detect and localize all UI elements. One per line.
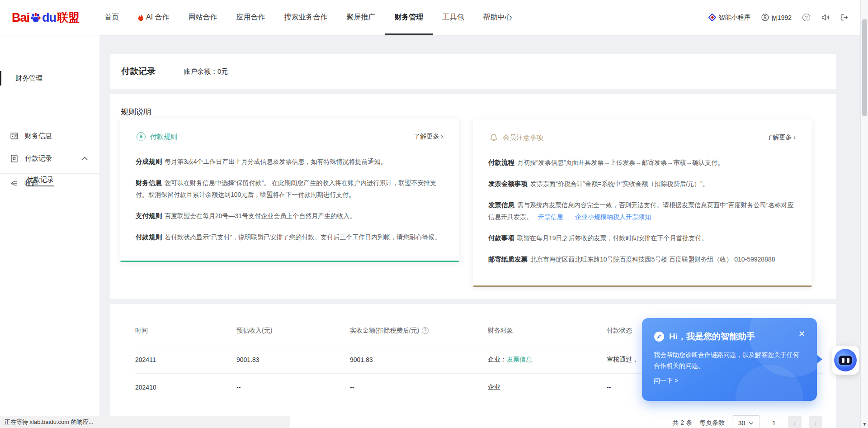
nav-help-center[interactable]: 帮助中心 [474, 0, 522, 35]
cell-estimated: 9001.83 [236, 356, 350, 363]
rule-item: 付款规则若付款状态显示“已支付”，说明联盟已安排了您的付款。支付后三个工作日内到… [136, 231, 444, 243]
invoice-info-row-link[interactable]: 发票信息 [507, 356, 532, 363]
id-card-icon [10, 132, 19, 140]
nav-toolkit[interactable]: 工具包 [433, 0, 474, 35]
badge-star-icon [10, 154, 19, 163]
pagination: 共 2 条 每页条数 30 1 ‹ › [672, 415, 822, 428]
sidebar-item-finance-info[interactable]: 财务信息 [0, 128, 99, 143]
top-navbar: Bai du 联盟 首页 AI 合作 [0, 0, 860, 35]
yen-circle-icon: ¥ [137, 132, 146, 141]
invoice-info-link[interactable]: 开票信息 [538, 213, 563, 220]
account-balance-value: 0元 [217, 67, 228, 75]
rule-item: 分成规则每月第3或4个工作日产出上月分成信息及发票信息，如有特殊情况将提前通知。 [136, 156, 444, 167]
small-taxpayer-notice-link[interactable]: 企业小规模纳税人开票须知 [575, 213, 651, 220]
chevron-up-icon[interactable] [82, 157, 88, 161]
member-notes-learn-more-link[interactable]: 了解更多 › [766, 133, 796, 142]
help-tooltip-icon[interactable]: ? [422, 327, 429, 334]
assistant-message: 我会帮助您诊断合作链路问题，以及解答您关于任何合作相关的问题。 [654, 349, 805, 371]
member-notes-card: 会员注意事项 了解更多 › 付款流程月初按“发票信息”页面开具发票→上传发票→邮… [473, 119, 812, 287]
cell-time: 202411 [135, 356, 236, 363]
collapse-arrow-icon [10, 180, 18, 186]
flame-icon [138, 14, 144, 21]
rule-item: 支付规则百度联盟会在每月20号—31号支付企业会员上个自然月产生的收入。 [136, 210, 444, 222]
assistant-robot-button[interactable] [832, 346, 859, 375]
compass-icon [654, 331, 665, 342]
payment-rules-card: ¥ 付款规则 了解更多 › 分成规则每月第3或4个工作日产出上月分成信息及发票信… [120, 119, 459, 262]
scrollbar-down-arrow[interactable]: ▼ [861, 422, 868, 427]
rule-item: 发票金额事项发票票面“价税合计”金额=系统中“实收金额（扣除税费后/元）”。 [488, 178, 797, 190]
page-title: 付款记录 [121, 66, 156, 77]
bell-icon [489, 133, 498, 142]
sidebar: 财务管理 财务信息 付款记录 付款记录 收起 [0, 35, 99, 428]
user-icon [761, 14, 769, 21]
nav-home[interactable]: 首页 [95, 0, 128, 35]
browser-status-bar: 正在等待 xlab.baidu.com 的响应... [0, 416, 290, 428]
cell-estimated: -- [236, 384, 350, 391]
next-page-button[interactable]: › [809, 416, 822, 428]
nav-ai-cooperation[interactable]: AI 合作 [128, 0, 179, 35]
close-icon[interactable]: ✕ [798, 330, 805, 338]
scrollbar-thumb[interactable] [862, 19, 867, 116]
nav-app-cooperation[interactable]: 应用合作 [227, 0, 275, 35]
rule-item: 付款流程月初按“发票信息”页面开具发票→上传发票→邮寄发票→审核→确认支付。 [488, 157, 797, 168]
assistant-popup: Hi，我是您的智能助手 ✕ 我会帮助您诊断合作链路问题，以及解答您关于任何合作相… [642, 318, 817, 401]
cell-time: 202410 [135, 384, 236, 391]
sidebar-item-payment-records[interactable]: 付款记录 [0, 151, 99, 166]
vertical-scrollbar[interactable]: ▼ [860, 0, 868, 428]
logo-text-du: du [42, 11, 56, 25]
miniprogram-entry[interactable]: 智能小程序 [708, 14, 750, 22]
logo-text-bai: Bai [12, 11, 29, 25]
assistant-popup-arrow [816, 354, 822, 364]
ask-now-link[interactable]: 问一下 > [654, 377, 805, 385]
payment-rules-body: 分成规则每月第3或4个工作日产出上月分成信息及发票信息，如有特殊情况将提前通知。… [120, 156, 459, 243]
total-count: 共 2 条 [672, 419, 692, 427]
topbar-right-cluster: 智能小程序 jyj1992 ? [708, 14, 849, 22]
member-notes-body: 付款流程月初按“发票信息”页面开具发票→上传发票→邮寄发票→审核→确认支付。 发… [473, 157, 812, 265]
cell-target: 企业 [488, 383, 607, 391]
assistant-header: Hi，我是您的智能助手 [642, 318, 817, 342]
rule-item: 邮寄纸质发票北京市海淀区西北旺东路10号院百度科技园5号楼 百度联盟财务组（收）… [488, 253, 797, 265]
main-nav: 首页 AI 合作 网站合作 应用合作 搜索业务合作 聚屏推广 财务管理 工具包 … [95, 0, 522, 35]
nav-finance-management[interactable]: 财务管理 [385, 0, 433, 35]
miniprogram-diamond-icon [708, 14, 716, 21]
prev-page-button[interactable]: ‹ [788, 416, 802, 428]
col-estimated: 预估收入(元) [236, 327, 350, 335]
account-balance: 账户余额：0元 [184, 67, 228, 76]
assistant-title: Hi，我是您的智能助手 [669, 331, 755, 342]
col-target: 财务对象 [488, 327, 607, 335]
sound-icon[interactable] [821, 14, 830, 21]
robot-avatar [834, 349, 857, 371]
baidu-union-logo[interactable]: Bai du 联盟 [12, 10, 80, 25]
logo-text-union: 联盟 [57, 10, 80, 25]
col-actual: 实收金额(扣除税费后/元) ? [350, 327, 488, 335]
member-notes-title: 会员注意事项 [503, 133, 543, 142]
app-window: Bai du 联盟 首页 AI 合作 [0, 0, 868, 428]
cell-target: 企业：发票信息 [488, 356, 607, 364]
sidebar-section-title: 财务管理 [0, 71, 99, 86]
page-header-card: 付款记录 账户余额：0元 [110, 54, 836, 89]
chevron-down-icon [749, 422, 754, 425]
per-page-label: 每页条数 [699, 419, 725, 427]
per-page-select[interactable]: 30 [732, 415, 760, 428]
payment-rules-header: ¥ 付款规则 了解更多 › [120, 119, 459, 141]
cell-actual: -- [350, 384, 488, 391]
user-account[interactable]: jyj1992 [761, 14, 792, 21]
payment-rules-title: 付款规则 [150, 133, 177, 141]
col-time: 时间 [135, 327, 236, 335]
nav-website-cooperation[interactable]: 网站合作 [179, 0, 227, 35]
rule-item: 财务信息您可以在财务信息中选择“保留付款”。 在此期间您产生的收入将在账户内进行… [136, 177, 444, 200]
nav-screen-promotion[interactable]: 聚屏推广 [337, 0, 385, 35]
member-notes-header: 会员注意事项 了解更多 › [473, 119, 812, 142]
sidebar-collapse-button[interactable]: 收起 [0, 176, 99, 190]
rule-item: 发票信息需与系统内发票信息内容完全一致，否则无法支付。请根据发票信息页面中“百度… [488, 199, 797, 223]
rules-section-card: 规则说明 ¥ 付款规则 了解更多 › 分成规则每月第3或4个工作日产出上月分成信… [110, 94, 836, 299]
rule-item: 付款事项联盟在每月19日之后签收的发票，付款时间安排在下个月首批支付。 [488, 232, 797, 244]
nav-search-cooperation[interactable]: 搜索业务合作 [275, 0, 337, 35]
page-number[interactable]: 1 [767, 416, 781, 428]
paw-icon [30, 12, 42, 24]
payment-rules-learn-more-link[interactable]: 了解更多 › [414, 133, 443, 141]
cell-actual: 9001.83 [350, 356, 488, 363]
logout-icon[interactable] [840, 14, 849, 21]
rules-section-title: 规则说明 [110, 94, 836, 117]
help-icon[interactable]: ? [802, 14, 810, 21]
